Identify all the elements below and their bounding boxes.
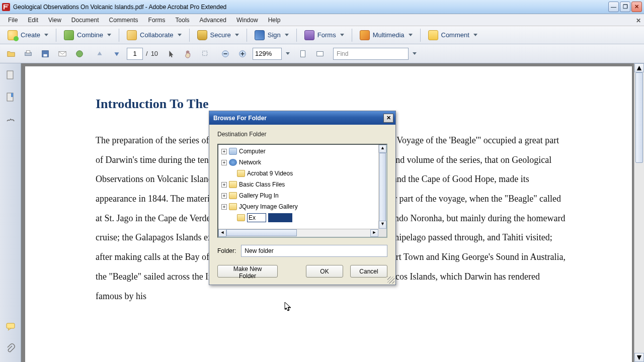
fit-width-button[interactable] xyxy=(313,47,327,61)
toolbar-view: / 10 129% Find xyxy=(0,44,644,63)
marquee-zoom-tool[interactable] xyxy=(198,47,212,61)
page-total: 10 xyxy=(151,50,158,57)
expand-icon[interactable]: + xyxy=(221,182,227,188)
save-button[interactable] xyxy=(38,47,52,61)
caret-icon xyxy=(44,34,48,36)
comments-panel-button[interactable] xyxy=(4,320,17,333)
doc-close-button[interactable]: ✕ xyxy=(631,16,641,25)
email-button[interactable] xyxy=(55,47,69,61)
svg-rect-3 xyxy=(43,54,47,56)
tree-item-folder[interactable]: Acrobat 9 Videos xyxy=(218,168,378,179)
menu-help[interactable]: Help xyxy=(263,15,286,25)
menu-tools[interactable]: Tools xyxy=(171,15,195,25)
zoom-out-button[interactable] xyxy=(218,47,232,61)
lock-icon xyxy=(197,30,207,40)
zoom-in-button[interactable] xyxy=(235,47,250,61)
forms-button[interactable]: Forms xyxy=(300,28,349,42)
ok-button[interactable]: OK xyxy=(306,265,343,278)
folder-icon xyxy=(229,203,237,210)
tree-item-computer[interactable]: +Computer xyxy=(218,146,378,157)
attachments-panel-button[interactable] xyxy=(4,342,17,355)
menu-forms[interactable]: Forms xyxy=(143,15,171,25)
menu-window[interactable]: Window xyxy=(231,15,263,25)
tree-item-folder[interactable]: +Basic Class Files xyxy=(218,179,378,190)
signatures-panel-button[interactable] xyxy=(4,113,17,126)
pen-icon xyxy=(255,30,265,40)
caret-icon xyxy=(178,34,182,36)
dialog-titlebar[interactable]: Browse For Folder ✕ xyxy=(209,111,395,125)
open-button[interactable] xyxy=(4,47,18,61)
svg-rect-1 xyxy=(26,50,30,53)
tree-item-new-folder[interactable] xyxy=(218,212,378,223)
zoom-level[interactable]: 129% xyxy=(253,48,282,60)
forms-icon xyxy=(304,30,314,40)
window-titlebar: Geological Observations On Volcanic Isla… xyxy=(0,0,644,14)
menu-file[interactable]: File xyxy=(3,15,23,25)
page-heading: Introduction To The xyxy=(96,97,567,112)
svg-rect-14 xyxy=(7,71,13,79)
multimedia-button[interactable]: Multimedia xyxy=(355,28,417,42)
svg-rect-13 xyxy=(317,51,324,56)
caret-icon xyxy=(285,34,289,36)
bookmarks-panel-button[interactable] xyxy=(4,90,17,104)
close-button[interactable]: ✕ xyxy=(631,2,642,12)
dialog-close-button[interactable]: ✕ xyxy=(383,114,393,123)
comment-button[interactable]: Comment xyxy=(424,28,482,42)
folder-rename-input[interactable] xyxy=(247,213,266,222)
scroll-up-button[interactable]: ▲ xyxy=(634,63,644,72)
tree-vertical-scrollbar[interactable]: ▲▼ xyxy=(378,145,386,229)
network-icon xyxy=(229,159,237,166)
menu-view[interactable]: View xyxy=(43,15,66,25)
select-tool[interactable] xyxy=(164,47,178,61)
expand-icon[interactable]: + xyxy=(221,193,227,199)
scroll-thumb[interactable] xyxy=(635,72,643,163)
sign-button[interactable]: Sign xyxy=(250,28,293,42)
vertical-scrollbar[interactable]: ▲ ▼ xyxy=(634,63,644,362)
page-number-input[interactable] xyxy=(127,48,143,60)
web-button[interactable] xyxy=(72,47,87,61)
zoom-caret-icon[interactable] xyxy=(286,52,290,55)
tree-item-folder[interactable]: +JQuery Image Gallery xyxy=(218,201,378,212)
expand-icon[interactable]: + xyxy=(221,160,227,165)
expand-icon[interactable]: + xyxy=(221,204,227,210)
menu-document[interactable]: Document xyxy=(66,15,104,25)
maximize-button[interactable]: ❐ xyxy=(620,2,630,12)
svg-rect-16 xyxy=(11,93,13,97)
menu-edit[interactable]: Edit xyxy=(23,15,43,25)
caret-icon xyxy=(107,34,111,36)
page-down-button[interactable] xyxy=(110,47,124,61)
print-button[interactable] xyxy=(21,47,35,61)
find-input[interactable]: Find xyxy=(333,48,409,60)
multimedia-label: Multimedia xyxy=(373,31,405,39)
menu-comments[interactable]: Comments xyxy=(104,15,143,25)
create-button[interactable]: Create xyxy=(3,28,53,42)
resize-grip[interactable] xyxy=(387,277,394,284)
collaborate-label: Collaborate xyxy=(140,31,174,39)
svg-rect-8 xyxy=(223,53,227,54)
menu-advanced[interactable]: Advanced xyxy=(195,15,231,25)
combine-button[interactable]: Combine xyxy=(59,28,116,42)
window-title: Geological Observations On Volcanic Isla… xyxy=(13,4,608,11)
caret-icon xyxy=(473,34,477,36)
tree-horizontal-scrollbar[interactable]: ◄► xyxy=(218,229,378,237)
tree-item-network[interactable]: +Network xyxy=(218,157,378,168)
expand-icon[interactable]: + xyxy=(221,149,227,154)
hand-tool[interactable] xyxy=(181,47,195,61)
tree-item-folder[interactable]: +Gallery Plug In xyxy=(218,190,378,201)
folder-label: Folder: xyxy=(217,247,236,254)
minimize-button[interactable]: — xyxy=(608,2,619,12)
folder-name-input[interactable] xyxy=(241,245,387,257)
fit-page-button[interactable] xyxy=(296,47,310,61)
scroll-down-button[interactable]: ▼ xyxy=(634,353,644,362)
secure-button[interactable]: Secure xyxy=(193,28,244,42)
create-label: Create xyxy=(21,31,40,39)
caret-icon xyxy=(409,34,413,36)
collaborate-button[interactable]: Collaborate xyxy=(122,28,186,42)
page-up-button[interactable] xyxy=(93,47,107,61)
create-icon xyxy=(8,30,18,40)
make-new-folder-button[interactable]: Make New Folder xyxy=(217,265,278,278)
pages-panel-button[interactable] xyxy=(4,68,17,81)
cancel-button[interactable]: Cancel xyxy=(350,265,387,278)
find-caret-icon[interactable] xyxy=(413,52,417,55)
folder-icon xyxy=(229,181,237,188)
